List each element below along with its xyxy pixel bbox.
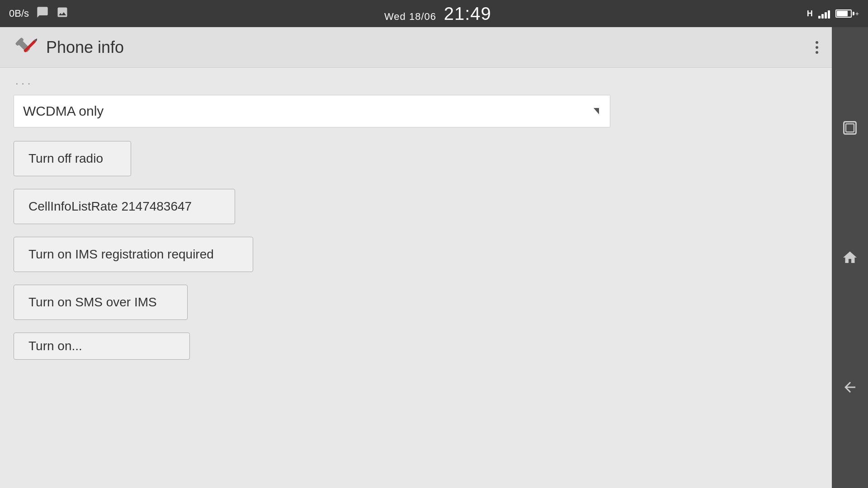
data-speed: 0B/s: [9, 8, 29, 19]
svg-rect-5: [846, 124, 854, 132]
status-time: 21:49: [444, 4, 491, 23]
app-bar-left: Phone info: [14, 36, 124, 59]
cellinfo-listrate-button[interactable]: CellInfoListRate 2147483647: [14, 189, 235, 224]
h-indicator: H: [807, 9, 813, 19]
network-mode-dropdown[interactable]: WCDMA only: [14, 95, 610, 127]
phone-info-icon: [14, 36, 37, 59]
status-right: H +: [807, 9, 859, 19]
home-button[interactable]: [839, 246, 861, 269]
partial-label: · · ·: [14, 77, 818, 89]
message-icon: [36, 6, 49, 21]
turn-off-radio-button[interactable]: Turn off radio: [14, 141, 131, 176]
right-sidebar: [832, 27, 868, 488]
battery-icon: +: [835, 9, 859, 18]
main-container: Phone info · · · WCDMA only Turn off rad…: [0, 0, 868, 488]
status-date: Wed 18/06: [384, 11, 436, 22]
overflow-menu-button[interactable]: [816, 41, 818, 54]
app-bar: Phone info: [0, 27, 832, 68]
content-area: Phone info · · · WCDMA only Turn off rad…: [0, 27, 832, 488]
back-button[interactable]: [839, 376, 861, 399]
image-icon: [56, 6, 69, 21]
dropdown-arrow-icon: [594, 108, 599, 114]
app-title: Phone info: [46, 38, 124, 57]
signal-strength-icon: [818, 9, 830, 19]
partial-button[interactable]: Turn on...: [14, 333, 190, 360]
network-mode-value: WCDMA only: [23, 103, 104, 119]
ims-registration-button[interactable]: Turn on IMS registration required: [14, 237, 253, 272]
status-center: Wed 18/06 21:49: [384, 4, 491, 24]
recents-button[interactable]: [839, 117, 861, 139]
status-bar: 0B/s Wed 18/06 21:49 H +: [0, 0, 868, 27]
status-left: 0B/s: [9, 6, 69, 21]
page-content: · · · WCDMA only Turn off radio CellInfo…: [0, 68, 832, 488]
sms-over-ims-button[interactable]: Turn on SMS over IMS: [14, 285, 188, 320]
